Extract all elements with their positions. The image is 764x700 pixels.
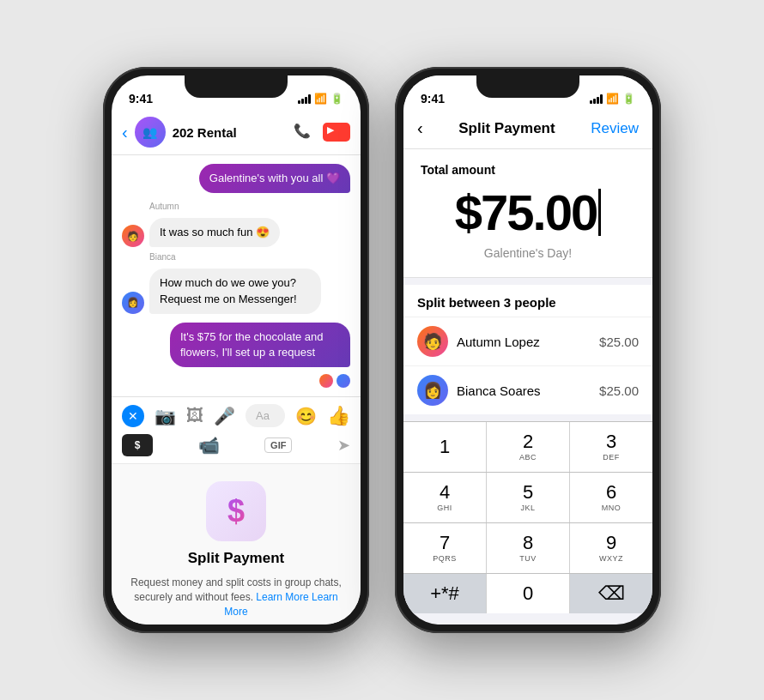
emoji-icon[interactable]: 😊 <box>295 406 317 426</box>
person-name-bianca: Bianca Soares <box>457 383 591 398</box>
person-row-autumn: 🧑 Autumn Lopez $25.00 <box>403 317 652 365</box>
keypad-key-6[interactable]: 6MNO <box>570 473 652 522</box>
toolbar-secondary: $ 📹 GIF ➤ <box>122 427 350 456</box>
message-input[interactable]: Aa <box>246 404 285 427</box>
sender-bianca: Bianca <box>149 252 350 262</box>
battery-icon: 🔋 <box>330 93 343 105</box>
key-letters: WXYZ <box>599 554 623 563</box>
split-payment-title: Split Payment <box>458 120 555 137</box>
avatar-autumn-2: 🧑 <box>417 326 448 357</box>
keypad-key-4[interactable]: 4GHI <box>403 473 487 522</box>
learn-more-link[interactable]: Learn More <box>256 591 308 603</box>
promo-title: Split Payment <box>188 550 284 567</box>
dollar-icon: $ <box>227 493 245 529</box>
back-button-1[interactable]: ‹ <box>122 123 128 142</box>
add-video-icon[interactable]: 📹 <box>198 435 220 456</box>
key-letters: DEF <box>603 453 620 462</box>
photo-icon[interactable]: 🖼 <box>186 406 203 425</box>
group-name: 202 Rental <box>173 125 287 140</box>
video-call-icon[interactable]: ▶ <box>323 123 350 142</box>
amount-value: $75.00 <box>455 184 597 241</box>
send-icon[interactable]: ➤ <box>337 436 350 455</box>
time-1: 9:41 <box>129 92 153 106</box>
signal-icon-2 <box>590 94 603 104</box>
message-row-autumn: 🧑 It was so much fun 😍 <box>122 218 350 247</box>
amount-display: $75.00 <box>421 184 635 241</box>
key-number: 0 <box>523 584 533 603</box>
message-row-bianca: 👩 How much do we owe you? Request me on … <box>122 269 350 313</box>
keypad-key-5[interactable]: 5JKL <box>487 473 570 522</box>
key-number: 4 <box>440 483 450 502</box>
phone-messenger: 9:41 📶 🔋 ‹ 👥 202 Rental <box>103 67 369 633</box>
key-letters: MNO <box>602 504 622 512</box>
back-button-2[interactable]: ‹ <box>417 118 423 138</box>
message-row-outgoing-2: It's $75 for the chocolate and flowers, … <box>122 323 350 367</box>
status-icons-1: 📶 🔋 <box>298 93 343 105</box>
status-icons-2: 📶 🔋 <box>590 93 635 105</box>
sender-autumn: Autumn <box>149 202 350 211</box>
messenger-header: ‹ 👥 202 Rental 📞 ▶ <box>112 112 361 155</box>
split-payment-promo: $ Split Payment Request money and split … <box>112 463 361 625</box>
messages-area: Galentine's with you all 💜 Autumn 🧑 It w… <box>112 155 361 396</box>
header-info: 202 Rental <box>173 125 287 140</box>
person-amount-bianca: $25.00 <box>599 383 639 398</box>
camera-icon[interactable]: 📷 <box>155 406 176 426</box>
header-actions: 📞 ▶ <box>294 123 350 142</box>
review-button[interactable]: Review <box>591 120 639 137</box>
wifi-icon: 📶 <box>314 93 327 105</box>
keypad-key-7[interactable]: 7PQRS <box>403 523 487 573</box>
keypad-key-9[interactable]: 9WXYZ <box>570 523 652 573</box>
avatar-bianca: 👩 <box>122 292 144 314</box>
text-cursor <box>598 189 601 236</box>
key-number: 9 <box>606 534 616 552</box>
avatar-autumn: 🧑 <box>122 225 144 247</box>
phone-call-icon[interactable]: 📞 <box>294 123 311 142</box>
keypad-row: 12ABC3DEF <box>403 421 652 472</box>
split-payment-header: ‹ Split Payment Review <box>403 112 652 149</box>
keypad-key-[interactable]: ⌫ <box>570 574 652 613</box>
key-number: 5 <box>523 483 533 502</box>
keypad-key-3[interactable]: 3DEF <box>570 422 652 472</box>
keypad-row: 7PQRS8TUV9WXYZ <box>403 522 652 573</box>
keypad-key-[interactable]: +*# <box>403 574 487 613</box>
key-number: 2 <box>523 432 533 451</box>
message-bianca: How much do we owe you? Request me on Me… <box>149 269 321 313</box>
key-number: +*# <box>430 584 459 603</box>
notch <box>185 75 288 98</box>
group-avatar: 👥 <box>135 117 166 148</box>
message-outgoing-2: It's $75 for the chocolate and flowers, … <box>170 323 350 367</box>
messenger-toolbar: ✕ 📷 🖼 🎤 Aa 😊 👍 $ 📹 GIF <box>112 396 361 463</box>
keypad-row: +*#0⌫ <box>403 573 652 613</box>
key-letters: GHI <box>437 504 452 512</box>
avatar-bianca-2: 👩 <box>417 375 448 406</box>
key-number: 8 <box>523 534 533 552</box>
split-between-label: Split between 3 people <box>403 285 652 317</box>
key-letters: TUV <box>519 554 537 563</box>
like-icon[interactable]: 👍 <box>327 405 350 427</box>
battery-icon-2: 🔋 <box>622 93 635 105</box>
key-letters: PQRS <box>433 554 457 563</box>
keypad-row: 4GHI5JKL6MNO <box>403 472 652 522</box>
gif-button[interactable]: GIF <box>264 438 292 453</box>
keypad-key-8[interactable]: 8TUV <box>487 523 570 573</box>
person-row-bianca: 👩 Bianca Soares $25.00 <box>403 365 652 414</box>
read-receipts <box>122 374 350 388</box>
key-number: ⌫ <box>598 584 625 603</box>
time-2: 9:41 <box>421 92 445 106</box>
pay-button[interactable]: $ <box>122 434 153 456</box>
phone-split-payment: 9:41 📶 🔋 ‹ Split Payment Review <box>395 67 661 633</box>
amount-subtitle: Galentine's Day! <box>421 246 635 260</box>
keypad: 12ABC3DEF4GHI5JKL6MNO7PQRS8TUV9WXYZ+*#0⌫ <box>403 421 652 613</box>
toolbar-main: ✕ 📷 🖼 🎤 Aa 😊 👍 <box>122 404 350 427</box>
promo-description: Request money and split costs in group c… <box>125 576 347 619</box>
close-button[interactable]: ✕ <box>122 405 144 427</box>
person-name-autumn: Autumn Lopez <box>457 335 591 349</box>
amount-section: Total amount $75.00 Galentine's Day! <box>403 149 652 278</box>
total-amount-label: Total amount <box>421 163 635 177</box>
mic-icon[interactable]: 🎤 <box>214 406 235 426</box>
key-letters: ABC <box>519 453 537 462</box>
keypad-key-2[interactable]: 2ABC <box>487 422 570 472</box>
keypad-key-1[interactable]: 1 <box>403 422 487 472</box>
person-amount-autumn: $25.00 <box>599 335 639 349</box>
keypad-key-0[interactable]: 0 <box>487 574 570 613</box>
